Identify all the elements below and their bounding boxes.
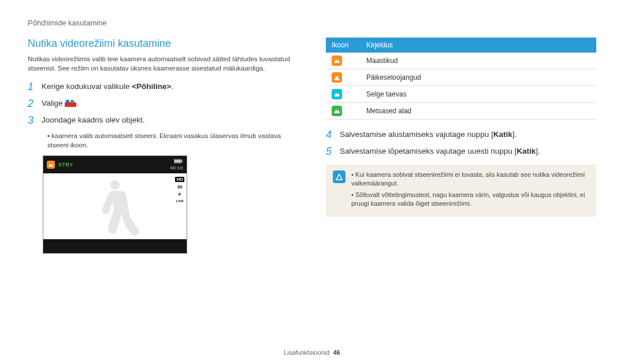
step-post: . <box>171 82 173 91</box>
step-text: Valige . <box>42 98 79 107</box>
th-desc: Kirjeldus <box>361 38 596 53</box>
step-number: 4 <box>326 129 340 141</box>
landscape-icon <box>332 55 342 66</box>
rec-time: 00:10 <box>170 166 183 170</box>
forest-icon <box>332 106 342 116</box>
step-3: 3 Joondage kaadris olev objekt. <box>28 114 298 127</box>
preview-top-left: STBY <box>47 161 73 169</box>
scene-icon <box>47 161 55 169</box>
step-text: Joondage kaadris olev objekt. <box>42 114 145 124</box>
svg-rect-4 <box>174 160 181 162</box>
step-pre: Kerige kodukuval valikule <box>42 82 132 91</box>
preview-sidebar: HD 30 F LIVE <box>175 177 184 203</box>
step-text: Kerige kodukuval valikule <Põhiline>. <box>42 81 173 91</box>
table-row: Selge taevas <box>326 86 596 103</box>
step-4: 4 Salvestamise alustamiseks vajutage nup… <box>326 129 596 141</box>
step-post: ]. <box>536 147 540 155</box>
section-title: Nutika videorežiimi kasutamine <box>28 38 298 50</box>
scene-table: Ikoon Kirjeldus Maastikud Päikeseloojang… <box>326 38 596 120</box>
f-label: F <box>179 192 181 197</box>
preview-topbar: STBY 00:10 <box>43 156 187 173</box>
row-label: Päikeseloojangud <box>361 69 596 86</box>
step-post: . <box>76 99 79 107</box>
right-column: Ikoon Kirjeldus Maastikud Päikeseloojang… <box>326 38 596 254</box>
step-2: 2 Valige . <box>28 98 298 110</box>
step-post: ]. <box>512 130 517 139</box>
sunset-icon <box>332 72 342 83</box>
preview-bottombar <box>43 239 187 253</box>
svg-rect-0 <box>65 102 76 107</box>
step-number: 3 <box>28 114 42 127</box>
step-1: 1 Kerige kodukuval valikule <Põhiline>. <box>28 81 298 93</box>
footer-label: Lisafunktsioonid <box>284 349 329 356</box>
row-label: Metsased alad <box>361 103 596 120</box>
note-item: Kui kaamera sobivat stseenirežiimi ei tu… <box>351 170 589 188</box>
table-row: Maastikud <box>326 53 596 69</box>
live-label: LIVE <box>176 199 184 203</box>
step-bold: Katik <box>493 130 512 139</box>
steps-right: 4 Salvestamise alustamiseks vajutage nup… <box>326 129 596 158</box>
footer-page: 46 <box>333 349 340 356</box>
content-columns: Nutika videorežiimi kasutamine Nutikas v… <box>28 38 596 254</box>
preview-body <box>43 173 187 239</box>
intro-paragraph: Nutikas videorežiimis valib teie kaamera… <box>28 54 298 73</box>
step-bold: Katik <box>517 147 536 155</box>
step-pre: Valige <box>42 99 65 107</box>
svg-rect-2 <box>70 100 74 103</box>
step-pre: Salvestamise alustamiseks vajutage nuppu… <box>340 130 493 139</box>
stby-label: STBY <box>58 162 73 168</box>
step-3-subbullet: kaamera valib automaatselt stseeni. Ekra… <box>47 131 298 150</box>
hd-badge: HD <box>175 177 184 182</box>
preview-top-right: 00:10 <box>170 159 183 170</box>
chapter-header: Põhižiimide kasutamine <box>28 18 596 27</box>
video-mode-icon <box>65 100 76 108</box>
step-text: Salvestamise lõpetamiseks vajutage uuest… <box>340 146 540 155</box>
note-list: Kui kaamera sobivat stseenirežiimi ei tu… <box>351 170 589 211</box>
step-text: Salvestamise alustamiseks vajutage nuppu… <box>340 129 517 139</box>
step-number: 1 <box>28 81 42 93</box>
fps-label: 30 <box>177 184 183 190</box>
battery-icon <box>174 159 183 165</box>
step-5: 5 Salvestamise lõpetamiseks vajutage uue… <box>326 146 596 158</box>
info-icon <box>333 170 346 183</box>
camera-preview: STBY 00:10 HD 30 F LIVE <box>43 155 187 254</box>
row-label: Selge taevas <box>361 86 596 103</box>
step-number: 5 <box>326 146 340 158</box>
note-box: Kui kaamera sobivat stseenirežiimi ei tu… <box>326 165 596 217</box>
note-item: Sõltuvalt võttetingimustest, nagu kaamer… <box>351 191 589 209</box>
steps-list: 1 Kerige kodukuval valikule <Põhiline>. … <box>28 81 298 150</box>
row-label: Maastikud <box>361 53 596 69</box>
svg-rect-1 <box>66 100 69 103</box>
svg-rect-7 <box>334 79 340 80</box>
step-pre: Salvestamise lõpetamiseks vajutage uuest… <box>340 147 517 155</box>
clearsky-icon <box>332 89 342 99</box>
table-row: Metsased alad <box>326 103 596 120</box>
step-bold: <Põhiline> <box>132 82 171 91</box>
th-icon: Ikoon <box>326 38 361 53</box>
table-row: Päikeseloojangud <box>326 69 596 86</box>
step-number: 2 <box>28 98 42 110</box>
svg-rect-5 <box>181 161 183 162</box>
page-footer: Lisafunktsioonid 46 <box>0 349 624 356</box>
left-column: Nutika videorežiimi kasutamine Nutikas v… <box>28 38 298 254</box>
skater-silhouette <box>90 176 140 239</box>
svg-rect-8 <box>339 174 340 175</box>
